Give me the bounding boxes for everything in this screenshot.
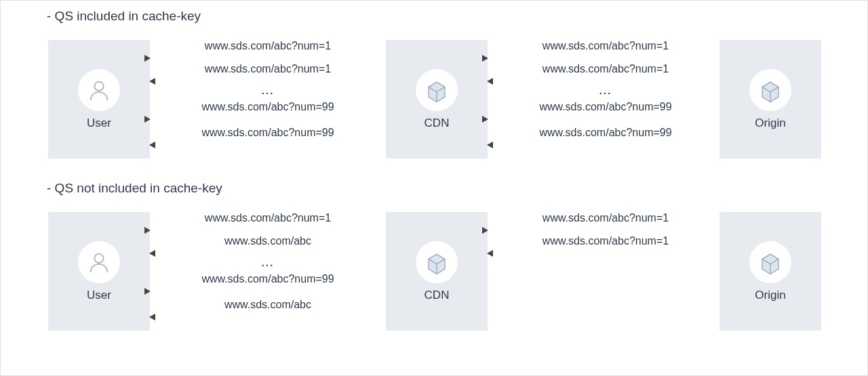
flow-label: www.sds.com/abc?num=99 <box>488 127 724 139</box>
svg-point-1 <box>94 253 103 262</box>
user-label: User <box>87 289 111 302</box>
dots: … <box>150 254 386 270</box>
flow-label: www.sds.com/abc?num=1 <box>150 40 386 52</box>
user-node: User <box>48 212 150 331</box>
cdn-node: CDN <box>386 40 488 159</box>
svg-point-0 <box>94 81 103 90</box>
box-icon <box>749 241 791 283</box>
origin-label: Origin <box>755 289 785 302</box>
section1-heading: - QS included in cache-key <box>1 1 867 28</box>
flow-label: www.sds.com/abc?num=1 <box>150 212 386 224</box>
origin-node: Origin <box>719 212 821 331</box>
user-label: User <box>87 117 111 130</box>
section-qs-included: - QS included in cache-key User CDN <box>1 1 867 173</box>
flow-label: www.sds.com/abc?num=1 <box>488 212 724 224</box>
flow-label: www.sds.com/abc <box>150 299 386 311</box>
flow-label: www.sds.com/abc?num=99 <box>150 101 386 113</box>
section-qs-not-included: - QS not included in cache-key User CDN <box>1 173 867 345</box>
cdn-label: CDN <box>425 117 450 130</box>
flow-label: www.sds.com/abc?num=1 <box>488 63 724 75</box>
box-icon <box>416 241 458 283</box>
user-icon <box>78 241 120 283</box>
user-node: User <box>48 40 150 159</box>
flow-label: www.sds.com/abc?num=99 <box>150 127 386 139</box>
flow-label: www.sds.com/abc?num=99 <box>488 101 724 113</box>
origin-node: Origin <box>719 40 821 159</box>
flow-label: www.sds.com/abc?num=1 <box>150 63 386 75</box>
cdn-node: CDN <box>386 212 488 331</box>
dots: … <box>488 82 724 98</box>
section2-heading: - QS not included in cache-key <box>1 173 867 200</box>
cdn-label: CDN <box>425 289 450 302</box>
diagram-1: User CDN Origin www.sds <box>1 28 867 173</box>
diagram-2: User CDN Origin www.sds <box>1 200 867 345</box>
flow-label: www.sds.com/abc?num=99 <box>150 273 386 285</box>
flow-label: www.sds.com/abc?num=1 <box>488 235 724 247</box>
flow-label: www.sds.com/abc <box>150 235 386 247</box>
origin-label: Origin <box>755 117 785 130</box>
dots: … <box>150 82 386 98</box>
box-icon <box>416 69 458 111</box>
user-icon <box>78 69 120 111</box>
box-icon <box>749 69 791 111</box>
flow-label: www.sds.com/abc?num=1 <box>488 40 724 52</box>
